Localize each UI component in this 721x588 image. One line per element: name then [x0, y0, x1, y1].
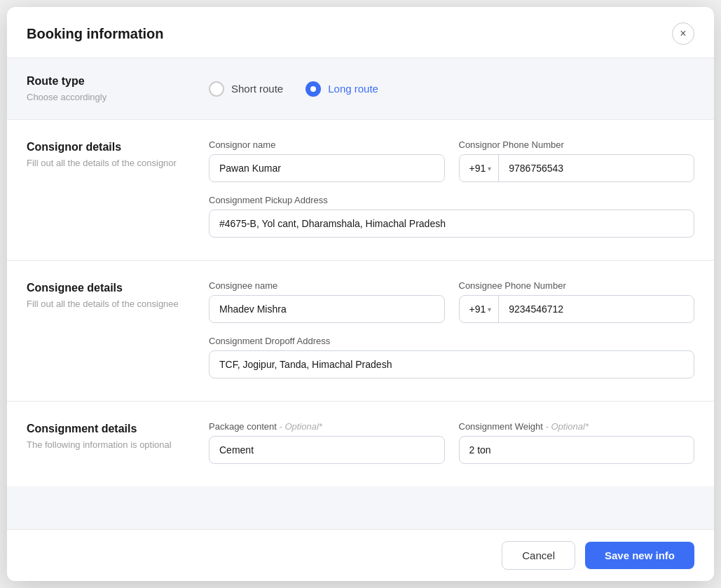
close-button[interactable]: × [672, 22, 694, 45]
booking-modal: Booking information × Route type Choose … [7, 7, 714, 581]
consignor-section: Consignor details Fill out all the detai… [7, 120, 714, 261]
consignment-section: Consignment details The following inform… [7, 402, 714, 486]
consignor-phone-prefix-text: +91 [469, 163, 486, 174]
route-section-title: Route type [27, 75, 181, 88]
consignor-address-group: Consignment Pickup Address [209, 195, 694, 238]
consignee-section-subtitle: Fill out all the details of the consigne… [27, 299, 181, 309]
consignee-name-label: Consignee name [209, 280, 445, 291]
modal-header: Booking information × [7, 7, 714, 58]
long-route-option[interactable]: Long route [305, 81, 378, 97]
consignee-phone-input[interactable] [499, 296, 694, 322]
consignor-phone-prefix[interactable]: +91 ▾ [460, 155, 500, 182]
consignment-section-title: Consignment details [27, 423, 181, 435]
package-content-input[interactable] [209, 436, 445, 464]
consignor-phone-input-group: +91 ▾ [459, 154, 695, 182]
consignee-section: Consignee details Fill out all the detai… [7, 261, 714, 402]
modal-title: Booking information [27, 26, 164, 42]
consignor-name-input[interactable] [209, 154, 445, 182]
consignor-name-label: Consignor name [209, 139, 445, 150]
consignor-fields: Consignor name Consignor Phone Number +9… [209, 139, 694, 238]
consignee-phone-prefix[interactable]: +91 ▾ [460, 296, 500, 322]
consignor-info: Consignor details Fill out all the detai… [27, 139, 181, 238]
consignee-phone-input-group: +91 ▾ [459, 295, 695, 323]
consignor-name-group: Consignor name [209, 139, 445, 182]
save-button[interactable]: Save new info [585, 542, 694, 569]
consignee-phone-label: Consignee Phone Number [459, 280, 695, 291]
consignor-name-phone-row: Consignor name Consignor Phone Number +9… [209, 139, 694, 182]
consignee-name-input[interactable] [209, 295, 445, 323]
short-route-option[interactable]: Short route [209, 81, 283, 97]
long-route-radio[interactable] [305, 81, 321, 97]
consignee-name-phone-row: Consignee name Consignee Phone Number +9… [209, 280, 694, 323]
consignment-package-weight-row: Package content - Optional* Consignment … [209, 421, 694, 464]
consignor-address-label: Consignment Pickup Address [209, 195, 694, 205]
consignee-phone-group: Consignee Phone Number +91 ▾ [459, 280, 695, 323]
consignee-phone-prefix-arrow: ▾ [488, 306, 491, 313]
consignor-phone-input[interactable] [499, 155, 694, 182]
consignor-address-input[interactable] [209, 210, 694, 238]
short-route-label: Short route [231, 83, 283, 95]
consignee-fields: Consignee name Consignee Phone Number +9… [209, 280, 694, 378]
route-options: Short route Long route [209, 81, 378, 97]
consignee-name-group: Consignee name [209, 280, 445, 323]
consignee-address-input[interactable] [209, 350, 694, 378]
close-icon: × [680, 27, 686, 40]
cancel-button[interactable]: Cancel [502, 541, 575, 570]
route-section-subtitle: Choose accordingly [27, 92, 181, 102]
consignment-fields: Package content - Optional* Consignment … [209, 421, 694, 464]
route-info: Route type Choose accordingly [27, 75, 181, 102]
consignee-phone-prefix-text: +91 [469, 303, 486, 315]
long-route-label: Long route [328, 83, 378, 95]
consignor-phone-group: Consignor Phone Number +91 ▾ [459, 139, 695, 182]
consignee-info: Consignee details Fill out all the detai… [27, 280, 181, 378]
consignor-section-title: Consignor details [27, 141, 181, 153]
consignor-section-subtitle: Fill out all the details of the consigno… [27, 158, 181, 168]
package-content-group: Package content - Optional* [209, 421, 445, 464]
consignment-section-subtitle: The following information is optional [27, 439, 181, 450]
consignee-address-group: Consignment Dropoff Address [209, 336, 694, 378]
package-content-label: Package content - Optional* [209, 421, 445, 432]
consignment-weight-input[interactable] [459, 436, 695, 464]
consignment-info: Consignment details The following inform… [27, 421, 181, 464]
modal-footer: Cancel Save new info [7, 529, 714, 581]
consignor-phone-label: Consignor Phone Number [459, 139, 695, 150]
consignment-weight-group: Consignment Weight - Optional* [459, 421, 695, 464]
short-route-radio[interactable] [209, 81, 224, 97]
modal-body: Route type Choose accordingly Short rout… [7, 58, 714, 529]
consignment-weight-label: Consignment Weight - Optional* [459, 421, 695, 432]
consignee-address-label: Consignment Dropoff Address [209, 336, 694, 346]
route-type-section: Route type Choose accordingly Short rout… [7, 58, 714, 120]
consignor-phone-prefix-arrow: ▾ [488, 165, 491, 172]
consignee-section-title: Consignee details [27, 282, 181, 294]
